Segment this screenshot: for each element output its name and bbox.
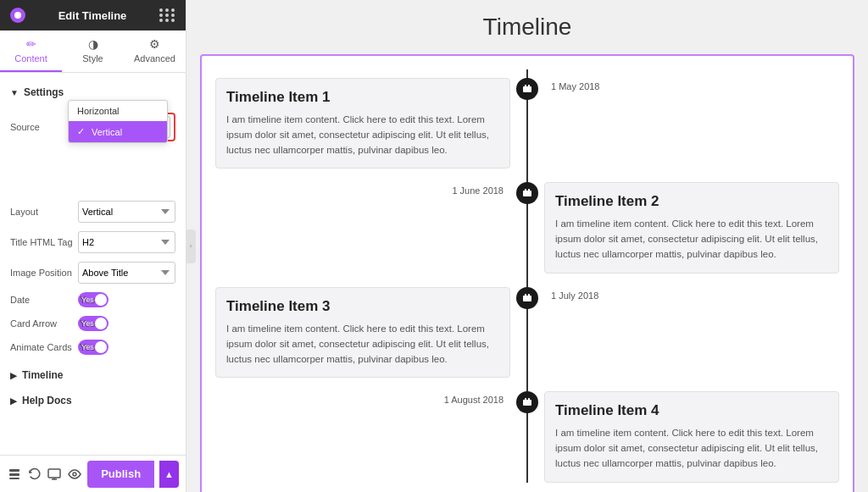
svg-rect-11: [523, 191, 531, 196]
layout-control: Vertical: [78, 201, 175, 223]
title-tag-control: H2: [78, 231, 175, 253]
undo-icon-btn[interactable]: [27, 462, 42, 486]
timeline-section-header[interactable]: ▶ Timeline: [0, 362, 186, 388]
timeline-card-content-3: Timeline Item 3 I am timeline item conte…: [215, 287, 510, 378]
svg-point-7: [73, 473, 76, 476]
title-tag-field-row: Title HTML Tag H2: [0, 227, 186, 257]
tab-content[interactable]: ✏ Content: [0, 30, 62, 72]
source-control: Custom Horizontal ✓ Vertical: [78, 113, 175, 141]
timeline-dot-3: [516, 287, 538, 309]
settings-arrow-icon: ▼: [10, 88, 19, 97]
card-arrow-toggle-label: Yes: [80, 318, 95, 329]
animate-cards-toggle[interactable]: Yes: [78, 340, 108, 355]
timeline-dot-2: [516, 182, 538, 204]
layout-label: Layout: [10, 207, 78, 217]
image-position-select[interactable]: Above Title: [78, 262, 175, 284]
date-toggle-knob: [95, 294, 107, 306]
svg-rect-19: [528, 398, 530, 401]
timeline-center-1: [510, 78, 544, 100]
svg-rect-8: [523, 86, 531, 92]
dropdown-option-vertical[interactable]: ✓ Vertical: [69, 121, 167, 142]
timeline-card-3[interactable]: Timeline Item 3 I am timeline item conte…: [215, 287, 510, 378]
svg-point-0: [14, 12, 21, 19]
timeline-card-content-1: Timeline Item 1 I am timeline item conte…: [215, 78, 510, 169]
logo-icon: [10, 8, 25, 23]
timeline-row-1: Timeline Item 1 I am timeline item conte…: [215, 78, 839, 169]
help-docs-section-header[interactable]: ▶ Help Docs: [0, 388, 186, 413]
sidebar-title: Edit Timeline: [58, 9, 127, 22]
page-title: Timeline: [200, 14, 854, 41]
svg-rect-9: [525, 85, 526, 87]
animate-cards-toggle-control: Yes: [78, 340, 175, 355]
timeline-item-4-content: I am timeline item content. Click here t…: [555, 426, 828, 471]
date-field-row: Date Yes: [0, 288, 186, 312]
svg-rect-3: [9, 478, 19, 479]
timeline-center-4: [510, 391, 544, 413]
sidebar-header: Edit Timeline: [0, 0, 186, 30]
timeline-item-4-title: Timeline Item 4: [555, 402, 828, 419]
card-arrow-field-row: Card Arrow Yes: [0, 312, 186, 335]
timeline-item-3-content: I am timeline item content. Click here t…: [226, 322, 499, 367]
svg-rect-18: [525, 398, 526, 401]
publish-button[interactable]: Publish: [87, 461, 154, 488]
timeline-item-1-content: I am timeline item content. Click here t…: [226, 113, 499, 158]
date-toggle-label: Yes: [80, 295, 95, 305]
animate-cards-field-row: Animate Cards Yes: [0, 335, 186, 359]
image-position-label: Image Position: [10, 268, 78, 278]
sidebar-tabs: ✏ Content ◑ Style ⚙ Advanced: [0, 30, 186, 73]
timeline-card-content-4: Timeline Item 4 I am timeline item conte…: [544, 391, 839, 482]
title-tag-select[interactable]: H2: [78, 231, 175, 253]
tab-advanced[interactable]: ⚙ Advanced: [124, 30, 186, 72]
svg-rect-4: [48, 469, 60, 478]
svg-rect-16: [528, 294, 530, 296]
dropdown-option-horizontal[interactable]: Horizontal: [69, 101, 167, 121]
layers-icon-btn[interactable]: [7, 462, 22, 486]
svg-rect-15: [525, 294, 526, 296]
main-content: Timeline Timeline Item 1 I am timeline i…: [186, 0, 868, 492]
timeline-center-2: [510, 182, 544, 204]
timeline-dot-4: [516, 391, 538, 413]
timeline-item-3-title: Timeline Item 3: [226, 298, 499, 315]
tab-style[interactable]: ◑ Style: [62, 30, 124, 72]
image-position-control: Above Title: [78, 262, 175, 284]
monitor-icon-btn[interactable]: [47, 462, 63, 486]
svg-rect-1: [9, 469, 19, 472]
timeline-row-3: Timeline Item 3 I am timeline item conte…: [215, 287, 839, 378]
timeline-container: Timeline Item 1 I am timeline item conte…: [200, 54, 854, 492]
layout-select[interactable]: Vertical: [78, 201, 175, 223]
timeline-card-4[interactable]: Timeline Item 4 I am timeline item conte…: [544, 391, 839, 482]
sidebar-content: ▼ Settings Source Custom Horizontal: [0, 73, 186, 455]
help-docs-label: Help Docs: [22, 395, 72, 406]
timeline-card-content-2: Timeline Item 2 I am timeline item conte…: [544, 182, 839, 273]
settings-label: Settings: [24, 86, 64, 98]
timeline-card-1[interactable]: Timeline Item 1 I am timeline item conte…: [215, 78, 510, 169]
publish-dropdown-button[interactable]: ▲: [159, 461, 179, 488]
timeline-row-4: 1 August 2018 Timeline Item 4 I am timel…: [215, 391, 839, 482]
tab-advanced-label: Advanced: [134, 53, 175, 64]
card-arrow-toggle[interactable]: Yes: [78, 316, 108, 331]
eye-icon-btn[interactable]: [67, 462, 82, 486]
timeline-center-3: [510, 287, 544, 309]
sidebar-collapse-handle[interactable]: ‹: [186, 229, 196, 263]
timeline-date-3: 1 July 2018: [544, 287, 839, 301]
advanced-icon: ⚙: [149, 37, 160, 51]
grid-menu-icon[interactable]: [159, 8, 175, 22]
content-icon: ✏: [26, 37, 36, 51]
timeline-item-1-title: Timeline Item 1: [226, 89, 499, 106]
card-arrow-toggle-knob: [95, 318, 107, 329]
style-icon: ◑: [88, 37, 98, 51]
tab-content-label: Content: [14, 53, 47, 64]
timeline-dot-1: [516, 78, 538, 100]
timeline-date-4: 1 August 2018: [215, 391, 510, 405]
date-toggle[interactable]: Yes: [78, 292, 108, 307]
image-position-field-row: Image Position Above Title: [0, 257, 186, 288]
date-label: Date: [10, 295, 78, 305]
settings-group: Source Custom Horizontal ✓: [0, 105, 186, 362]
animate-cards-toggle-knob: [95, 341, 107, 353]
sidebar-footer: Publish ▲: [0, 455, 186, 492]
card-arrow-toggle-control: Yes: [78, 316, 175, 331]
timeline-row-2: 1 June 2018 Timeline Item 2 I am timelin…: [215, 182, 839, 273]
timeline-card-2[interactable]: Timeline Item 2 I am timeline item conte…: [544, 182, 839, 273]
animate-cards-toggle-label: Yes: [80, 342, 95, 352]
layout-field-row: Layout Vertical: [0, 196, 186, 227]
